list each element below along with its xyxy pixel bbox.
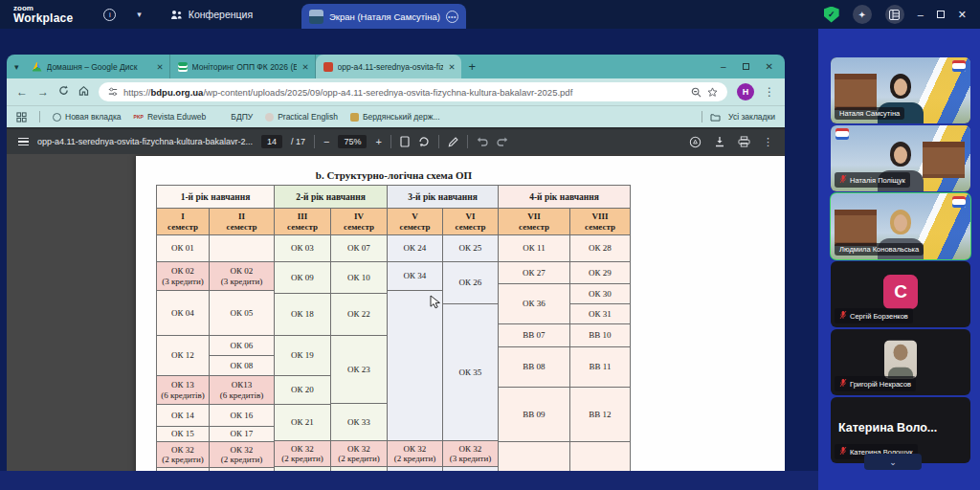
bookmark-label: Новая вкладка [65, 112, 122, 122]
tab-options-icon[interactable]: ••• [446, 11, 458, 23]
pdf-page: b. Структурно-логічна схема ОП 1-й рік н… [136, 156, 785, 471]
semester-header-cell: Iсеместр [157, 209, 210, 235]
chevron-down-icon[interactable]: ▾ [137, 10, 142, 19]
annotate-pen-icon[interactable] [448, 137, 458, 147]
pdf-menu-icon[interactable] [18, 138, 29, 146]
bookmark-item[interactable]: Practical English [265, 112, 338, 122]
browser-menu-icon[interactable]: ⋮ [764, 85, 775, 99]
pdf-viewport[interactable]: b. Структурно-логічна схема ОП 1-й рік н… [7, 154, 785, 471]
panel-scroll-down-button[interactable]: ⌄ [864, 454, 922, 470]
browser-navbar: ← → https://bdpu.org.ua/wp-content/uploa… [7, 78, 785, 105]
browser-tab[interactable]: opp-a4.11-serednya-osvita-fizy✕ [316, 55, 461, 78]
participant-video[interactable]: Наталія Поліщук [831, 125, 970, 191]
people-icon [170, 10, 183, 20]
course-cell: ОК 32 (2 кредити) [210, 442, 275, 468]
redo-icon[interactable] [497, 137, 508, 146]
shared-screen: ▾ Домашня – Google Диск✕Моніторинг ОПП Ф… [0, 29, 818, 471]
divider [702, 111, 702, 122]
participant-video[interactable]: Людмила Коновальська [831, 193, 970, 259]
participant-name: Наталя Самсутіна [839, 109, 900, 118]
bookmark-item[interactable]: БДПУ [218, 112, 253, 122]
participant-video[interactable]: Наталя Самсутіна [831, 57, 970, 123]
profile-avatar[interactable]: H [737, 83, 754, 100]
tab-meeting[interactable]: Конференция [170, 9, 253, 20]
bookmark-item[interactable]: PKPRevista Eduweb [134, 112, 207, 122]
semester-word: семестр [287, 222, 318, 233]
browser-tab[interactable]: Домашня – Google Диск✕ [25, 55, 170, 78]
maximize-button[interactable] [937, 11, 945, 18]
download-icon[interactable] [714, 136, 725, 147]
zoom-level-value[interactable]: 75% [338, 135, 367, 148]
browser-maximize-button[interactable] [743, 63, 749, 70]
year-group: 4-й рік навчанняVIIсеместрОК 11ОК 27ОК 3… [499, 186, 631, 471]
page-number-input[interactable]: 14 [261, 135, 282, 148]
semester-header-cell: VIIсеместр [499, 209, 570, 235]
zoom-in-icon[interactable]: + [375, 136, 381, 147]
reload-icon[interactable] [58, 85, 69, 99]
new-tab-button[interactable]: + [469, 59, 477, 74]
security-shield-icon[interactable]: ✓ [824, 7, 839, 23]
semester-word: семестр [344, 222, 374, 233]
tab-search-icon[interactable]: ▾ [14, 62, 19, 72]
semester-column: IIсеместрОК 02 (3 кредити)ОК 05ОК 06ОК 0… [210, 209, 275, 471]
back-icon[interactable]: ← [16, 85, 28, 99]
tab-close-icon[interactable]: ✕ [301, 62, 308, 72]
university-logo [952, 196, 966, 208]
pdf-icon [323, 62, 333, 72]
share-thumbnail [309, 10, 323, 24]
bookmark-item[interactable]: Новая вкладка [53, 112, 122, 122]
initial-avatar: C [883, 275, 918, 309]
bookmark-star-icon[interactable] [707, 87, 718, 98]
zoom-out-icon[interactable]: − [323, 136, 329, 147]
save-to-drive-icon[interactable] [689, 136, 702, 148]
semester-column: VсеместрОК 24ОК 34ОК 32 (2 кредити)ВВ 03 [388, 209, 443, 471]
semester-word: семестр [227, 222, 257, 233]
semester-word: семестр [585, 222, 615, 233]
all-bookmarks-button[interactable]: Усі закладки [728, 112, 775, 122]
forward-icon[interactable]: → [37, 85, 49, 99]
tab-title: opp-a4.11-serednya-osvita-fizy [338, 62, 444, 72]
participant-video[interactable]: Григорій Некрасов [831, 329, 970, 395]
home-icon[interactable] [78, 85, 89, 99]
zoom-titlebar: zoom Workplace i ▾ Конференция Экран (На… [0, 0, 980, 29]
mouse-cursor [430, 295, 441, 310]
pdf-more-icon[interactable]: ⋮ [763, 136, 773, 148]
apps-grid-icon[interactable] [16, 112, 27, 122]
tab-close-icon[interactable]: ✕ [156, 62, 163, 72]
course-cell: ОК 09 [275, 262, 331, 294]
participant-video[interactable]: CСергій Борзенков [831, 261, 970, 327]
participant-name-label: Людмила Коновальська [835, 243, 924, 256]
zoom-out-page-icon[interactable] [691, 87, 702, 98]
address-bar[interactable]: https://bdpu.org.ua/wp-content/uploads/2… [99, 82, 727, 101]
display-name-text: Катерина Воло... [838, 421, 937, 434]
browser-close-button[interactable]: ✕ [766, 61, 773, 72]
bookmark-label: Бердянський держ... [363, 112, 440, 122]
fit-page-icon[interactable] [400, 136, 410, 147]
semester-header-cell: IVсеместр [331, 209, 388, 235]
page-total-label: / 17 [291, 137, 305, 146]
bookmark-item[interactable]: Бердянський держ... [350, 112, 440, 122]
minimize-button[interactable]: – [918, 9, 924, 20]
browser-tab[interactable]: Моніторинг ОПП ФК 2026 (Ві✕ [170, 55, 316, 78]
close-button[interactable]: ✕ [958, 9, 967, 21]
tab-screen-share[interactable]: Экран (Наталя Самсутіна) ••• [301, 4, 466, 29]
print-icon[interactable] [738, 136, 750, 147]
avatar-head [894, 344, 908, 360]
info-icon[interactable]: i [103, 9, 116, 21]
browser-minimize-button[interactable]: – [721, 61, 726, 72]
semester-column: IVсеместрОК 07ОК 10ОК 22ОК 23ОК 33ОК 32 … [331, 209, 388, 471]
semester-column: VIIIсеместрОК 28ОК 29ОК 30ОК 31ВВ 10ВВ 1… [570, 209, 631, 471]
course-cell: ОК 32 (2 кредити) [275, 441, 331, 467]
layout-view-icon[interactable] [885, 5, 904, 24]
course-cell: ВВ 11 [570, 347, 631, 388]
face [894, 78, 907, 96]
rotate-icon[interactable] [418, 136, 430, 147]
course-cell: ОК 32 (2 кредити) [157, 442, 210, 468]
course-cell: ОК 25 [443, 235, 499, 262]
course-cell: ОК 08 [210, 356, 275, 376]
undo-icon[interactable] [477, 137, 488, 146]
year-header-cell: 2-й рік навчання [275, 186, 388, 209]
ai-companion-icon[interactable]: ✦ [853, 5, 872, 24]
zoom-workplace-logo: zoom Workplace [13, 5, 73, 24]
tab-close-icon[interactable]: ✕ [448, 62, 455, 72]
